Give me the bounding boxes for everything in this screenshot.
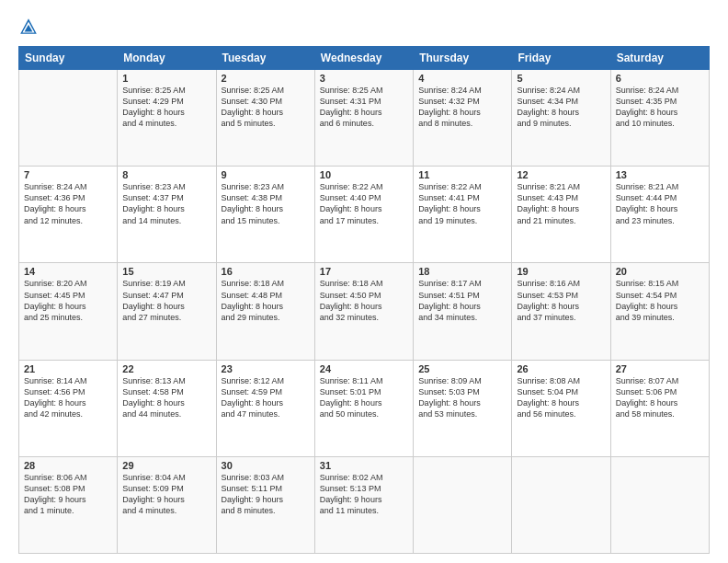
day-info: Sunrise: 8:18 AM Sunset: 4:48 PM Dayligh… [222,278,310,323]
day-info: Sunrise: 8:16 AM Sunset: 4:53 PM Dayligh… [517,278,605,323]
day-info: Sunrise: 8:06 AM Sunset: 5:08 PM Dayligh… [24,472,112,517]
calendar-cell: 23Sunrise: 8:12 AM Sunset: 4:59 PM Dayli… [216,360,314,456]
calendar-cell: 2Sunrise: 8:25 AM Sunset: 4:30 PM Daylig… [216,70,314,167]
calendar-cell: 6Sunrise: 8:24 AM Sunset: 4:35 PM Daylig… [610,70,709,167]
day-number: 10 [320,169,408,180]
calendar-cell: 9Sunrise: 8:23 AM Sunset: 4:38 PM Daylig… [216,167,314,263]
calendar-cell: 30Sunrise: 8:03 AM Sunset: 5:11 PM Dayli… [216,456,314,553]
calendar-cell: 20Sunrise: 8:15 AM Sunset: 4:54 PM Dayli… [610,263,709,360]
day-info: Sunrise: 8:21 AM Sunset: 4:44 PM Dayligh… [616,181,704,226]
day-number: 23 [222,363,310,374]
day-info: Sunrise: 8:22 AM Sunset: 4:41 PM Dayligh… [418,181,506,226]
day-number: 12 [517,169,605,180]
day-number: 7 [24,169,112,180]
day-number: 17 [320,266,408,277]
day-number: 25 [418,363,506,374]
day-info: Sunrise: 8:21 AM Sunset: 4:43 PM Dayligh… [517,181,605,226]
day-info: Sunrise: 8:03 AM Sunset: 5:11 PM Dayligh… [222,472,310,517]
calendar-week-row: 21Sunrise: 8:14 AM Sunset: 4:56 PM Dayli… [19,360,710,456]
day-number: 11 [418,169,506,180]
day-number: 5 [517,73,605,84]
day-info: Sunrise: 8:17 AM Sunset: 4:51 PM Dayligh… [418,278,506,323]
calendar-cell: 14Sunrise: 8:20 AM Sunset: 4:45 PM Dayli… [19,263,118,360]
calendar-cell: 12Sunrise: 8:21 AM Sunset: 4:43 PM Dayli… [512,167,610,263]
day-number: 9 [222,169,310,180]
calendar-cell: 26Sunrise: 8:08 AM Sunset: 5:04 PM Dayli… [512,360,610,456]
day-number: 14 [24,266,112,277]
day-info: Sunrise: 8:18 AM Sunset: 4:50 PM Dayligh… [320,278,408,323]
day-number: 20 [616,266,704,277]
calendar-cell: 31Sunrise: 8:02 AM Sunset: 5:13 PM Dayli… [314,456,413,553]
calendar-cell [19,70,118,167]
page: SundayMondayTuesdayWednesdayThursdayFrid… [0,0,728,563]
calendar-cell: 4Sunrise: 8:24 AM Sunset: 4:32 PM Daylig… [414,70,512,167]
day-info: Sunrise: 8:22 AM Sunset: 4:40 PM Dayligh… [320,181,408,226]
day-number: 24 [320,363,408,374]
day-number: 19 [517,266,605,277]
day-number: 21 [24,363,112,374]
day-info: Sunrise: 8:12 AM Sunset: 4:59 PM Dayligh… [222,375,310,420]
calendar-week-row: 28Sunrise: 8:06 AM Sunset: 5:08 PM Dayli… [19,456,710,553]
day-number: 30 [222,460,310,471]
day-info: Sunrise: 8:19 AM Sunset: 4:47 PM Dayligh… [122,278,210,323]
day-number: 13 [616,169,704,180]
day-number: 4 [418,73,506,84]
calendar-header-wednesday: Wednesday [314,47,413,70]
day-number: 6 [616,73,704,84]
calendar-header-friday: Friday [512,47,610,70]
day-info: Sunrise: 8:24 AM Sunset: 4:36 PM Dayligh… [24,181,112,226]
day-number: 26 [517,363,605,374]
day-number: 29 [122,460,210,471]
day-info: Sunrise: 8:04 AM Sunset: 5:09 PM Dayligh… [122,472,210,517]
logo [18,17,42,37]
day-info: Sunrise: 8:09 AM Sunset: 5:03 PM Dayligh… [418,375,506,420]
day-number: 27 [616,363,704,374]
calendar-week-row: 1Sunrise: 8:25 AM Sunset: 4:29 PM Daylig… [19,70,710,167]
day-info: Sunrise: 8:25 AM Sunset: 4:31 PM Dayligh… [320,85,408,130]
day-number: 31 [320,460,408,471]
day-number: 8 [122,169,210,180]
calendar-week-row: 14Sunrise: 8:20 AM Sunset: 4:45 PM Dayli… [19,263,710,360]
day-number: 28 [24,460,112,471]
calendar-cell: 21Sunrise: 8:14 AM Sunset: 4:56 PM Dayli… [19,360,118,456]
calendar-cell: 10Sunrise: 8:22 AM Sunset: 4:40 PM Dayli… [314,167,413,263]
day-number: 18 [418,266,506,277]
day-number: 2 [222,73,310,84]
calendar-cell: 3Sunrise: 8:25 AM Sunset: 4:31 PM Daylig… [314,70,413,167]
day-info: Sunrise: 8:02 AM Sunset: 5:13 PM Dayligh… [320,472,408,517]
day-info: Sunrise: 8:24 AM Sunset: 4:32 PM Dayligh… [418,85,506,130]
day-info: Sunrise: 8:25 AM Sunset: 4:29 PM Dayligh… [122,85,210,130]
day-info: Sunrise: 8:25 AM Sunset: 4:30 PM Dayligh… [222,85,310,130]
calendar-cell: 16Sunrise: 8:18 AM Sunset: 4:48 PM Dayli… [216,263,314,360]
calendar-header-saturday: Saturday [610,47,709,70]
day-number: 1 [122,73,210,84]
day-number: 16 [222,266,310,277]
calendar-cell: 29Sunrise: 8:04 AM Sunset: 5:09 PM Dayli… [118,456,216,553]
calendar-header-tuesday: Tuesday [216,47,314,70]
calendar-cell [414,456,512,553]
day-info: Sunrise: 8:15 AM Sunset: 4:54 PM Dayligh… [616,278,704,323]
day-number: 22 [122,363,210,374]
calendar-cell: 25Sunrise: 8:09 AM Sunset: 5:03 PM Dayli… [414,360,512,456]
calendar-cell: 18Sunrise: 8:17 AM Sunset: 4:51 PM Dayli… [414,263,512,360]
day-info: Sunrise: 8:08 AM Sunset: 5:04 PM Dayligh… [517,375,605,420]
day-info: Sunrise: 8:24 AM Sunset: 4:35 PM Dayligh… [616,85,704,130]
calendar-cell: 28Sunrise: 8:06 AM Sunset: 5:08 PM Dayli… [19,456,118,553]
calendar-cell: 17Sunrise: 8:18 AM Sunset: 4:50 PM Dayli… [314,263,413,360]
calendar-week-row: 7Sunrise: 8:24 AM Sunset: 4:36 PM Daylig… [19,167,710,263]
day-info: Sunrise: 8:07 AM Sunset: 5:06 PM Dayligh… [616,375,704,420]
calendar-cell [610,456,709,553]
calendar-cell: 11Sunrise: 8:22 AM Sunset: 4:41 PM Dayli… [414,167,512,263]
calendar-header-monday: Monday [118,47,216,70]
calendar-cell: 5Sunrise: 8:24 AM Sunset: 4:34 PM Daylig… [512,70,610,167]
day-number: 3 [320,73,408,84]
calendar-cell: 7Sunrise: 8:24 AM Sunset: 4:36 PM Daylig… [19,167,118,263]
day-number: 15 [122,266,210,277]
day-info: Sunrise: 8:11 AM Sunset: 5:01 PM Dayligh… [320,375,408,420]
day-info: Sunrise: 8:23 AM Sunset: 4:38 PM Dayligh… [222,181,310,226]
calendar-cell: 19Sunrise: 8:16 AM Sunset: 4:53 PM Dayli… [512,263,610,360]
day-info: Sunrise: 8:23 AM Sunset: 4:37 PM Dayligh… [122,181,210,226]
header [18,17,710,37]
logo-icon [18,17,39,37]
day-info: Sunrise: 8:13 AM Sunset: 4:58 PM Dayligh… [122,375,210,420]
